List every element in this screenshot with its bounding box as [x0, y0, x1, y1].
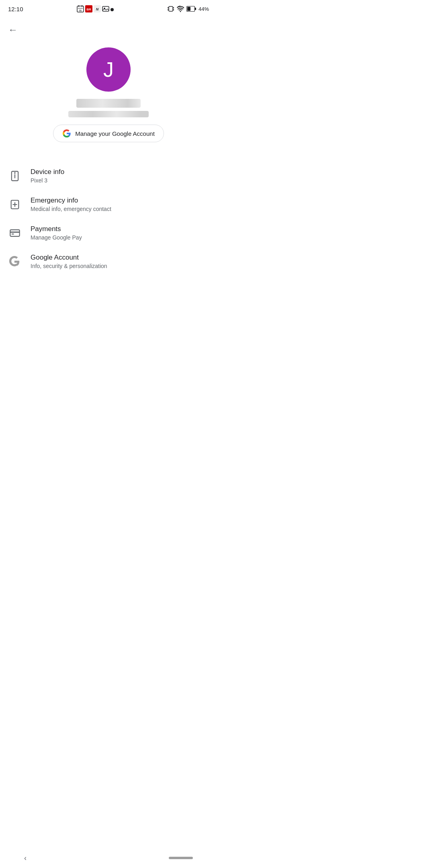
- battery-icon: [186, 6, 196, 12]
- menu-list: Device info Pixel 3 Emergency info Medic…: [0, 158, 217, 279]
- calendar-icon: 31: [77, 5, 84, 12]
- profile-section: J Manage your Google Account: [0, 39, 217, 158]
- dot-icon: [111, 8, 114, 11]
- svg-rect-9: [102, 6, 109, 11]
- svg-rect-14: [168, 9, 168, 10]
- google-account-subtitle: Info, security & personalization: [31, 263, 107, 269]
- svg-rect-13: [173, 7, 174, 8]
- emergency-info-title: Emergency info: [31, 197, 111, 205]
- payments-subtitle: Manage Google Pay: [31, 234, 82, 241]
- gallery-icon: [102, 5, 109, 12]
- avatar-letter: J: [103, 57, 114, 82]
- svg-text:N: N: [96, 7, 99, 11]
- status-time: 12:10: [8, 6, 23, 12]
- blurred-email: [68, 111, 149, 117]
- nyt-icon: N: [94, 5, 101, 12]
- svg-rect-11: [169, 6, 173, 11]
- manage-google-account-button[interactable]: Manage your Google Account: [53, 125, 164, 142]
- br-icon: BR: [85, 5, 92, 12]
- vibrate-icon: [167, 5, 174, 12]
- svg-rect-12: [168, 7, 168, 8]
- google-account-title: Google Account: [31, 254, 107, 262]
- battery-percent: 44%: [199, 6, 209, 12]
- device-info-icon: [8, 169, 22, 183]
- avatar: J: [86, 47, 131, 92]
- svg-rect-26: [10, 229, 19, 236]
- menu-item-payments[interactable]: Payments Manage Google Pay: [0, 219, 217, 247]
- google-logo-icon: [62, 129, 71, 138]
- menu-item-device-info[interactable]: Device info Pixel 3: [0, 162, 217, 190]
- payments-icon: [8, 226, 22, 240]
- google-account-icon: [8, 255, 22, 268]
- device-info-text: Device info Pixel 3: [31, 168, 64, 184]
- payments-text: Payments Manage Google Pay: [31, 225, 82, 241]
- svg-point-22: [14, 172, 15, 173]
- back-button[interactable]: ←: [0, 16, 217, 39]
- manage-account-text: Manage your Google Account: [75, 130, 155, 137]
- svg-rect-28: [12, 233, 14, 234]
- back-arrow-icon: ←: [8, 24, 18, 35]
- notification-icons: 31 BR N: [77, 5, 114, 12]
- emergency-info-subtitle: Medical info, emergency contact: [31, 206, 111, 212]
- blurred-name: [76, 99, 141, 108]
- emergency-info-icon: [8, 198, 22, 211]
- svg-text:31: 31: [79, 9, 82, 12]
- svg-rect-3: [78, 8, 83, 8]
- device-info-subtitle: Pixel 3: [31, 177, 64, 184]
- status-bar: 12:10 31 BR N: [0, 0, 217, 16]
- svg-rect-15: [173, 9, 174, 10]
- svg-rect-1: [78, 5, 79, 7]
- menu-item-google-account[interactable]: Google Account Info, security & personal…: [0, 247, 217, 276]
- menu-item-emergency-info[interactable]: Emergency info Medical info, emergency c…: [0, 190, 217, 219]
- svg-rect-2: [82, 5, 82, 7]
- payments-title: Payments: [31, 225, 82, 233]
- device-info-title: Device info: [31, 168, 64, 176]
- status-right: 44%: [167, 5, 209, 12]
- blurred-user-info: [68, 99, 149, 117]
- google-account-text: Google Account Info, security & personal…: [31, 254, 107, 269]
- emergency-info-text: Emergency info Medical info, emergency c…: [31, 197, 111, 212]
- svg-rect-17: [195, 8, 196, 10]
- svg-text:BR: BR: [86, 8, 91, 11]
- svg-rect-18: [187, 7, 190, 11]
- wifi-icon: [177, 5, 184, 12]
